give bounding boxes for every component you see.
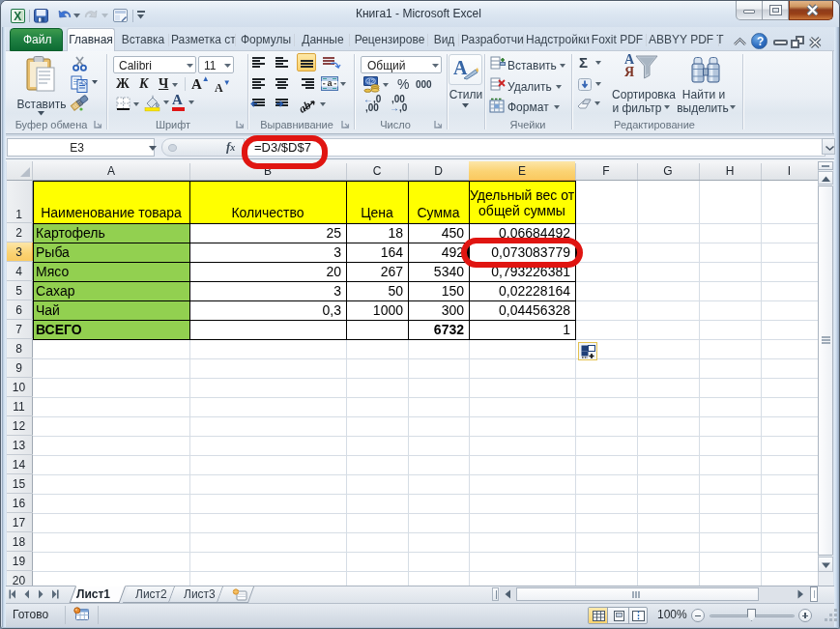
svg-text:X: X <box>14 10 21 23</box>
svg-text:42: 42 <box>367 78 375 85</box>
